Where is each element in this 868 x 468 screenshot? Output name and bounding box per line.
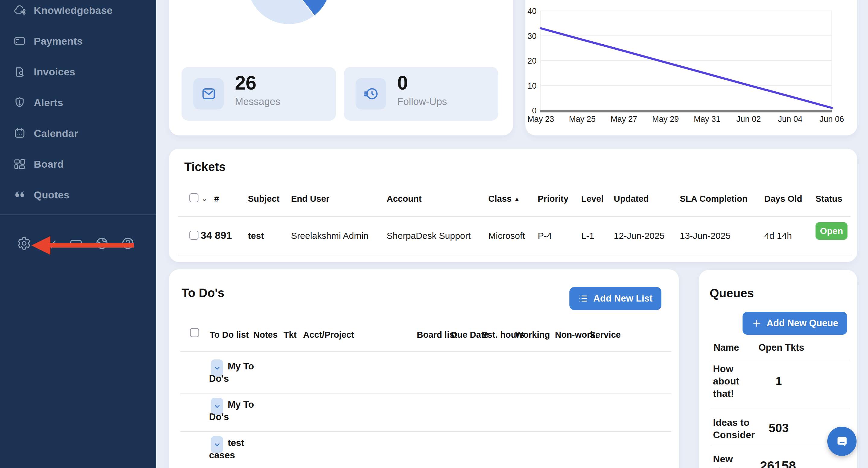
sidebar-item-alerts[interactable]: Alerts	[0, 87, 156, 118]
col-header-non-work[interactable]: Non-work.	[555, 320, 581, 349]
col-header-status[interactable]: Status	[815, 194, 842, 204]
sidebar-item-knowledgebase[interactable]: Knowledgebase	[0, 0, 156, 26]
queue-name[interactable]: Ideas to Consider	[713, 416, 754, 441]
queue-open-count: 1	[762, 375, 795, 387]
select-all-checkbox[interactable]	[189, 193, 198, 202]
add-new-queue-button[interactable]: Add New Queue	[743, 312, 847, 335]
add-new-list-button[interactable]: Add New List	[569, 287, 661, 310]
ticket-subject[interactable]: test	[248, 231, 264, 241]
main-content: 26 Messages 0 Follow-Ups 010203040May 23…	[156, 0, 868, 468]
queue-col-open-tkts[interactable]: Open Tkts	[758, 342, 804, 353]
col-header-subject[interactable]: Subject	[248, 194, 280, 204]
queues-title: Queues	[710, 286, 754, 300]
dashboard-screen: Knowledgebase Payments	[0, 0, 868, 468]
svg-text:Jun 06: Jun 06	[819, 115, 844, 124]
svg-text:40: 40	[527, 7, 536, 16]
col-header-tkt[interactable]: Tkt	[283, 320, 297, 349]
ticket-days-old: 4d 14h	[764, 231, 792, 241]
tickets-trend-line-chart: 010203040May 23May 25May 27May 29May 31J…	[525, 0, 857, 135]
ticket-account: SherpaDesk Support	[386, 231, 471, 241]
queue-open-count: 26158	[756, 458, 800, 468]
sidebar-item-board[interactable]: Board	[0, 149, 156, 180]
todo-list-name[interactable]: My To Do's	[209, 360, 260, 385]
ticket-class: Microsoft	[488, 231, 525, 241]
todos-card: To Do's Add New List To Do list Notes Tk…	[169, 269, 679, 468]
followups-count: 0	[397, 72, 408, 94]
sidebar-item-label: Board	[34, 158, 64, 170]
svg-text:May 29: May 29	[652, 115, 679, 124]
todo-select-all-checkbox[interactable]	[190, 328, 199, 337]
divider	[180, 351, 671, 352]
quotes-icon	[13, 188, 26, 201]
col-header-account[interactable]: Account	[386, 194, 422, 204]
svg-text:May 27: May 27	[611, 115, 637, 124]
divider	[178, 255, 850, 255]
sidebar-item-calendar[interactable]: Calendar	[0, 118, 156, 149]
plus-icon	[752, 318, 762, 329]
svg-text:0: 0	[532, 106, 536, 115]
chevron-down-icon[interactable]: ⌄	[201, 193, 208, 203]
row-checkbox[interactable]	[189, 231, 198, 240]
col-header-notes[interactable]: Notes	[253, 320, 278, 349]
divider	[180, 431, 671, 432]
sidebar-item-label: Calendar	[34, 128, 78, 139]
sidebar-divider	[0, 214, 156, 215]
col-header-est-hours[interactable]: Est. hours	[482, 320, 507, 349]
ticket-id[interactable]: 34 891	[200, 229, 232, 241]
payments-icon	[13, 35, 26, 48]
todos-title: To Do's	[182, 286, 224, 300]
sidebar-item-label: Quotes	[34, 189, 69, 201]
col-header-end-user[interactable]: End User	[291, 194, 329, 204]
col-header-service[interactable]: Service	[590, 320, 621, 349]
sidebar-item-invoices[interactable]: Invoices	[0, 56, 156, 87]
overview-card: 26 Messages 0 Follow-Ups	[169, 0, 513, 135]
divider	[180, 393, 671, 394]
svg-text:May 23: May 23	[527, 115, 554, 124]
col-header-id[interactable]: #	[214, 194, 219, 204]
col-header-acct-project[interactable]: Acct/Project	[303, 320, 354, 349]
col-header-working[interactable]: Working	[515, 320, 550, 349]
open-tickets-pie-chart	[247, 0, 331, 24]
svg-text:30: 30	[527, 32, 536, 41]
col-header-level[interactable]: Level	[581, 194, 603, 204]
chat-launcher-button[interactable]	[827, 427, 857, 456]
divider	[710, 409, 849, 409]
todo-list-name[interactable]: test cases	[209, 437, 260, 461]
queue-open-count: 503	[761, 421, 797, 435]
col-header-updated[interactable]: Updated	[614, 194, 649, 204]
tickets-title: Tickets	[184, 160, 226, 174]
tickets-card: Tickets ⌄ # Subject End User Account Cla…	[169, 149, 857, 262]
col-header-sla[interactable]: SLA Completion	[680, 194, 747, 204]
todo-list-name[interactable]: My To Do's	[209, 398, 260, 423]
ticket-end-user: Sreelakshmi Admin	[291, 231, 369, 241]
sidebar-item-quotes[interactable]: Quotes	[0, 180, 156, 210]
queue-col-name[interactable]: Name	[714, 342, 739, 353]
ticket-updated: 12-Jun-2025	[614, 231, 664, 241]
svg-text:May 31: May 31	[694, 115, 720, 124]
clock-icon	[355, 78, 386, 110]
sidebar-item-payments[interactable]: Payments	[0, 26, 156, 56]
calendar-icon	[13, 127, 26, 139]
col-header-class[interactable]: Class ▲	[488, 194, 520, 204]
ticket-priority: P-4	[538, 231, 552, 241]
messages-stat-tile[interactable]: 26 Messages	[182, 67, 336, 121]
queue-name[interactable]: How about that!	[713, 363, 754, 400]
followups-stat-tile[interactable]: 0 Follow-Ups	[344, 67, 498, 121]
settings-gear-icon[interactable]	[17, 237, 31, 250]
col-header-due-date[interactable]: Due Date	[451, 320, 473, 349]
status-badge[interactable]: Open	[815, 222, 847, 240]
messages-label: Messages	[235, 96, 280, 107]
queue-name[interactable]: New Tickets	[713, 453, 754, 468]
list-icon	[578, 293, 588, 304]
col-header-priority[interactable]: Priority	[538, 194, 568, 204]
col-header-board-list[interactable]: Board list	[417, 320, 444, 349]
envelope-icon	[193, 78, 224, 110]
col-header-days-old[interactable]: Days Old	[764, 194, 802, 204]
divider	[178, 216, 850, 217]
col-header-todo-list[interactable]: To Do list	[210, 320, 238, 349]
board-icon	[13, 158, 26, 170]
svg-text:Jun 04: Jun 04	[778, 115, 803, 124]
tickets-trend-card: 010203040May 23May 25May 27May 29May 31J…	[525, 0, 857, 135]
invoices-icon	[13, 65, 26, 78]
sort-asc-icon: ▲	[514, 196, 520, 202]
